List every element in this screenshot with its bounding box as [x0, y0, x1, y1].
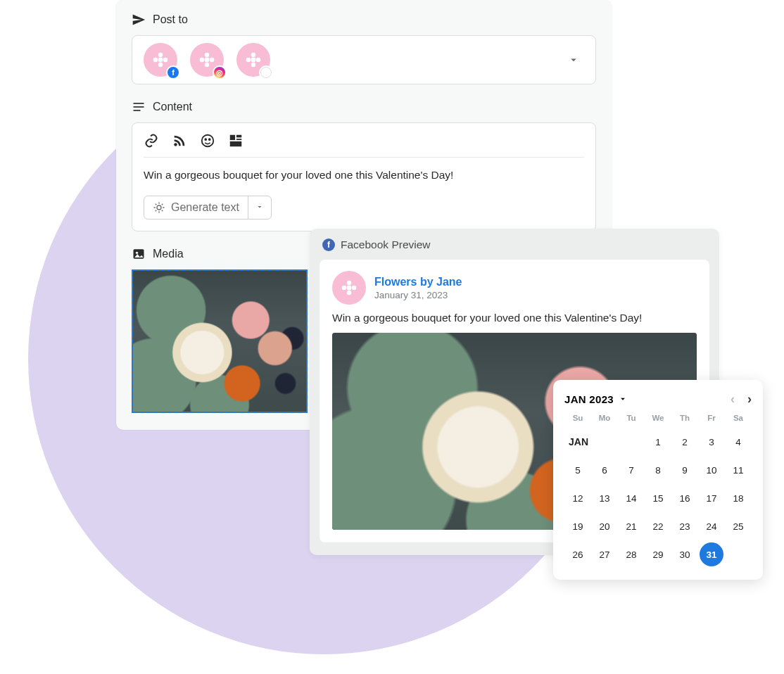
- content-toolbar: [144, 133, 584, 158]
- svg-point-3: [153, 58, 158, 63]
- calendar-day[interactable]: 5: [564, 456, 591, 484]
- chevron-down-icon: [618, 394, 628, 404]
- calendar-day[interactable]: 29: [645, 540, 671, 568]
- notes-icon: [132, 100, 146, 114]
- svg-point-10: [251, 58, 256, 63]
- svg-point-19: [202, 135, 214, 147]
- calendar-day[interactable]: 7: [618, 456, 645, 484]
- svg-point-9: [210, 58, 215, 63]
- target-facebook[interactable]: f: [144, 43, 177, 77]
- calendar-day[interactable]: 26: [564, 540, 591, 568]
- author-avatar: [332, 271, 366, 305]
- template-grid-icon[interactable]: [228, 133, 244, 148]
- calendar-day[interactable]: 30: [671, 540, 698, 568]
- svg-point-6: [205, 53, 210, 58]
- calendar-day[interactable]: 21: [618, 512, 645, 540]
- svg-rect-23: [236, 135, 241, 138]
- calendar-title: JAN 2023: [564, 393, 614, 405]
- next-month-button[interactable]: ›: [747, 393, 752, 405]
- calendar-empty-cell: [725, 540, 752, 568]
- author-name[interactable]: Flowers by Jane: [374, 276, 462, 288]
- svg-point-8: [200, 58, 205, 63]
- calendar-month-label: JAN: [564, 428, 591, 456]
- svg-rect-16: [134, 106, 144, 108]
- calendar-day[interactable]: 4: [725, 428, 752, 456]
- calendar-day[interactable]: 27: [591, 540, 618, 568]
- svg-point-14: [256, 58, 261, 63]
- content-label: Content: [153, 101, 192, 113]
- generate-text-main[interactable]: Generate text: [144, 196, 248, 219]
- flower-icon: [340, 279, 358, 297]
- calendar-day[interactable]: 16: [671, 484, 698, 512]
- media-thumbnail[interactable]: [132, 269, 308, 413]
- svg-rect-17: [134, 110, 141, 111]
- calendar-day[interactable]: 18: [725, 484, 752, 512]
- svg-point-13: [246, 58, 251, 63]
- svg-point-28: [136, 251, 138, 253]
- calendar-day[interactable]: 28: [618, 540, 645, 568]
- generate-text-caret[interactable]: [248, 196, 271, 219]
- svg-rect-15: [134, 103, 144, 104]
- svg-point-26: [157, 205, 161, 210]
- calendar-day[interactable]: 6: [591, 456, 618, 484]
- dow-cell: Mo: [591, 414, 618, 422]
- calendar-day[interactable]: 10: [698, 456, 725, 484]
- flower-icon: [198, 51, 216, 69]
- svg-rect-25: [230, 141, 242, 146]
- chevron-down-icon[interactable]: [567, 53, 580, 66]
- dow-cell: Fr: [698, 414, 725, 422]
- svg-point-4: [163, 58, 168, 63]
- calendar-empty-cell: [591, 428, 618, 456]
- svg-point-7: [205, 63, 210, 68]
- dow-cell: Tu: [618, 414, 645, 422]
- calendar-day[interactable]: 22: [645, 512, 671, 540]
- calendar-day[interactable]: 9: [671, 456, 698, 484]
- calendar-day[interactable]: 3: [698, 428, 725, 456]
- calendar-day[interactable]: 24: [698, 512, 725, 540]
- calendar-day[interactable]: 8: [645, 456, 671, 484]
- rss-icon[interactable]: [172, 133, 187, 148]
- calendar-day[interactable]: 11: [725, 456, 752, 484]
- calendar-day[interactable]: 15: [645, 484, 671, 512]
- generate-text-button[interactable]: Generate text: [144, 196, 272, 220]
- svg-point-1: [158, 53, 163, 58]
- calendar-day[interactable]: 14: [618, 484, 645, 512]
- content-text[interactable]: Win a gorgeous bouquet for your loved on…: [144, 167, 584, 183]
- calendar-day[interactable]: 17: [698, 484, 725, 512]
- calendar-day[interactable]: 12: [564, 484, 591, 512]
- emoji-icon[interactable]: [200, 133, 215, 148]
- calendar-day[interactable]: 2: [671, 428, 698, 456]
- preview-heading: Facebook Preview: [341, 239, 431, 251]
- calendar-month-selector[interactable]: JAN 2023: [564, 393, 628, 405]
- calendar-day[interactable]: 1: [645, 428, 671, 456]
- dow-cell: Th: [671, 414, 698, 422]
- calendar-day[interactable]: 13: [591, 484, 618, 512]
- bouquet-image: [133, 271, 306, 412]
- calendar-day[interactable]: 23: [671, 512, 698, 540]
- post-to-label: Post to: [153, 13, 188, 26]
- calendar-day[interactable]: 25: [725, 512, 752, 540]
- preview-text: Win a gorgeous bouquet for your loved on…: [332, 312, 697, 324]
- svg-point-33: [352, 286, 357, 291]
- svg-point-5: [205, 58, 210, 63]
- prev-month-button[interactable]: ‹: [731, 393, 735, 405]
- generate-text-label: Generate text: [171, 201, 239, 214]
- date-picker-card: JAN 2023 ‹ › Su Mo Tu We Th Fr Sa JAN123…: [553, 380, 763, 580]
- google-icon: G: [259, 65, 273, 80]
- target-google[interactable]: G: [236, 43, 270, 77]
- post-to-selector[interactable]: f ◎ G: [132, 35, 596, 84]
- post-to-header: Post to: [132, 13, 596, 27]
- svg-point-2: [158, 63, 163, 68]
- svg-point-32: [342, 286, 347, 291]
- link-icon[interactable]: [144, 133, 159, 148]
- calendar-day[interactable]: 20: [591, 512, 618, 540]
- flower-icon: [151, 51, 170, 69]
- calendar-empty-cell: [618, 428, 645, 456]
- svg-point-30: [347, 281, 352, 286]
- post-date: January 31, 2023: [374, 290, 462, 300]
- target-instagram[interactable]: ◎: [190, 43, 224, 77]
- svg-point-29: [347, 286, 352, 291]
- calendar-day[interactable]: 19: [564, 512, 591, 540]
- calendar-day[interactable]: 31: [700, 542, 723, 566]
- content-header: Content: [132, 100, 596, 114]
